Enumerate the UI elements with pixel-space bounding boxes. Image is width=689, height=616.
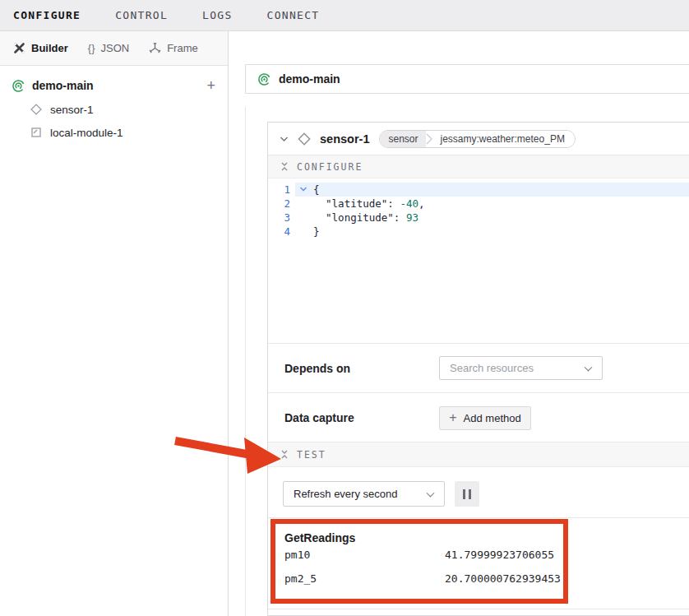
code-line-1[interactable]: 1 { <box>268 183 689 197</box>
frame-label: Frame <box>167 42 198 54</box>
add-method-button[interactable]: + Add method <box>439 406 531 430</box>
add-resource-button[interactable]: + <box>206 76 215 95</box>
configure-section-bar[interactable]: CONFIGURE <box>268 155 689 178</box>
test-controls: Refresh every second <box>268 467 689 517</box>
collapse-icon[interactable] <box>280 161 289 172</box>
pause-button[interactable] <box>455 481 479 507</box>
sidebar-item-local-module-1[interactable]: local-module-1 <box>30 123 219 141</box>
viam-configure-page: CONFIGURE CONTROL LOGS CONNECT Builder {… <box>0 0 689 616</box>
code-line-3[interactable]: 3 "longitude": 93 <box>268 211 689 225</box>
chevron-down-icon[interactable] <box>280 136 289 142</box>
test-section-label: TEST <box>297 449 326 461</box>
card-divider <box>268 609 689 609</box>
view-mode-builder[interactable]: Builder <box>13 42 68 54</box>
code-text: "longitude": 93 <box>313 211 689 225</box>
badge-chevron-icon <box>426 130 433 148</box>
line-number: 1 <box>268 183 295 197</box>
machine-icon <box>257 72 271 86</box>
reading-value: 41.79999923706055 <box>445 549 554 561</box>
sidebar-item-sensor-1[interactable]: sensor-1 <box>30 100 219 118</box>
builder-label: Builder <box>31 42 68 54</box>
refresh-rate-value: Refresh every second <box>294 488 397 500</box>
line-number: 2 <box>268 197 295 211</box>
chevron-down-icon <box>427 489 435 497</box>
code-text: } <box>313 225 689 239</box>
depends-on-row: Depends on Search resources <box>268 343 689 392</box>
tab-connect[interactable]: CONNECT <box>267 9 320 21</box>
collapse-icon[interactable] <box>280 449 289 460</box>
resource-sidebar: demo-main + sensor-1 local-module-1 <box>0 66 229 616</box>
pause-icon <box>463 489 465 499</box>
sidebar-item-label: sensor-1 <box>50 104 94 116</box>
depends-on-select[interactable]: Search resources <box>439 356 603 380</box>
configure-section-label: CONFIGURE <box>297 161 363 173</box>
refresh-rate-select[interactable]: Refresh every second <box>283 481 445 507</box>
reading-value: 20.700000762939453 <box>445 572 561 585</box>
json-label: JSON <box>100 42 129 54</box>
data-capture-label: Data capture <box>284 411 354 424</box>
readings-panel: GetReadings pm10 41.79999923706055 pm2_5… <box>268 517 689 609</box>
view-mode-toolbar: Builder {} JSON Frame <box>0 31 229 66</box>
machine-icon <box>12 79 25 93</box>
tab-logs[interactable]: LOGS <box>202 9 233 21</box>
sidebar-item-label: local-module-1 <box>50 127 123 139</box>
machine-header-name: demo-main <box>279 72 340 86</box>
readings-method-name: GetReadings <box>284 531 355 544</box>
code-line-4[interactable]: 4 } <box>268 225 689 239</box>
resource-type-badge: sensor jessamy:weather:meteo_PM <box>379 130 575 148</box>
reading-key: pm2_5 <box>284 572 317 585</box>
diamond-icon <box>297 132 312 146</box>
sidebar-machine-row[interactable]: demo-main + <box>0 76 229 95</box>
wrench-icon <box>13 42 25 54</box>
tab-control[interactable]: CONTROL <box>115 9 168 21</box>
top-nav: CONFIGURE CONTROL LOGS CONNECT <box>0 0 689 31</box>
add-method-label: Add method <box>464 412 521 424</box>
data-capture-row: Data capture + Add method <box>268 392 689 442</box>
code-line-2[interactable]: 2 "latitude": -40, <box>268 197 689 211</box>
fold-chevron-icon[interactable] <box>299 186 308 192</box>
code-text: { <box>313 183 689 197</box>
tab-configure[interactable]: CONFIGURE <box>13 9 81 21</box>
part-left-border <box>245 107 246 616</box>
badge-type: sensor <box>380 131 426 147</box>
sensor-card-title: sensor-1 <box>320 132 369 146</box>
braces-icon: {} <box>88 42 95 54</box>
sensor-card: sensor-1 sensor jessamy:weather:meteo_PM… <box>267 122 689 616</box>
line-number: 4 <box>268 225 295 239</box>
test-section-bar[interactable]: TEST <box>268 442 689 467</box>
diamond-icon <box>30 103 43 116</box>
depends-on-label: Depends on <box>284 362 350 375</box>
frame-icon <box>149 42 161 54</box>
view-mode-frame[interactable]: Frame <box>149 42 198 54</box>
view-mode-json[interactable]: {} JSON <box>88 42 129 54</box>
json-code-editor[interactable]: 1 { 2 "latitude": -40, 3 "lon <box>268 178 689 343</box>
line-number: 3 <box>268 211 295 225</box>
chevron-down-icon <box>585 363 593 371</box>
sensor-card-header[interactable]: sensor-1 sensor jessamy:weather:meteo_PM <box>268 123 689 155</box>
reading-key: pm10 <box>284 549 310 561</box>
depends-on-placeholder: Search resources <box>450 362 534 374</box>
toolbar-divider <box>228 31 229 66</box>
sidebar-machine-name: demo-main <box>32 79 94 92</box>
machine-header: demo-main <box>245 64 689 94</box>
module-icon <box>30 126 43 139</box>
code-text: "latitude": -40, <box>313 197 689 211</box>
badge-model: jessamy:weather:meteo_PM <box>433 131 574 147</box>
plus-icon: + <box>449 410 456 425</box>
